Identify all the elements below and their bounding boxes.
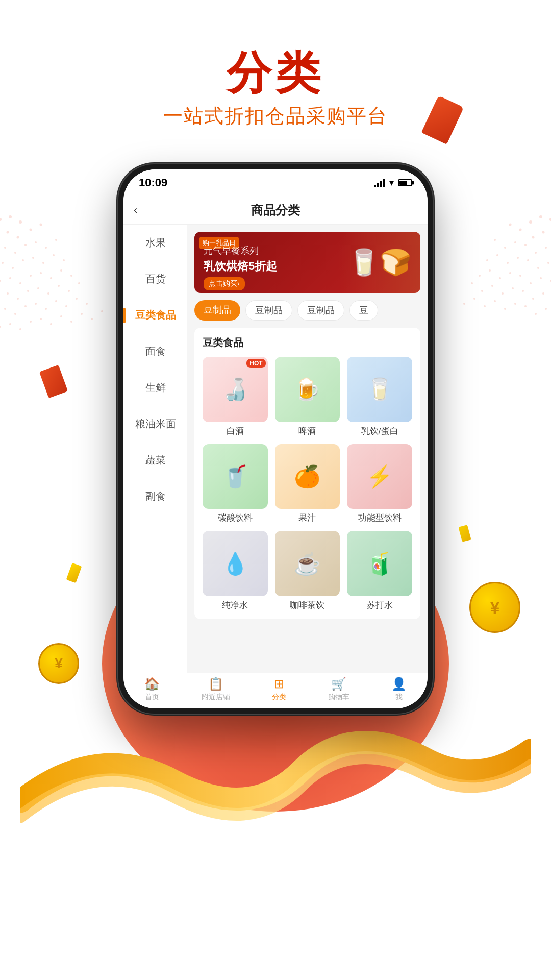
svg-point-107 xyxy=(494,300,496,302)
cat-tab-3[interactable]: 豆 xyxy=(349,300,378,321)
svg-point-74 xyxy=(504,247,506,249)
svg-point-44 xyxy=(35,303,37,305)
nav-item-cart[interactable]: 🛒 购物车 xyxy=(328,677,349,702)
product-item-gongneng[interactable]: ⚡ 功能型饮料 xyxy=(347,444,412,524)
svg-point-55 xyxy=(50,323,52,325)
svg-point-10 xyxy=(14,252,16,254)
cat-tab-1[interactable]: 豆制品 xyxy=(245,300,292,321)
app-header: ‹ 商品分类 xyxy=(123,196,428,225)
svg-point-25 xyxy=(19,282,21,284)
deco-piece-left xyxy=(39,365,68,398)
svg-point-27 xyxy=(40,272,42,274)
app-content: 水果 百货 豆类食品 面食 生鲜 粮油米面 蔬菜 副食 购一乳品日 元气早餐 xyxy=(123,225,428,673)
bottom-nav: 🏠 首页 📋 附近店铺 ⊞ 分类 🛒 购物车 👤 我 xyxy=(123,673,428,708)
nearby-icon: 📋 xyxy=(208,677,223,691)
svg-point-54 xyxy=(40,318,42,320)
svg-point-51 xyxy=(9,323,11,325)
coin-right: ¥ xyxy=(469,582,520,633)
product-emoji: ⚡ xyxy=(366,464,393,489)
gold-ribbon xyxy=(20,699,531,878)
svg-point-67 xyxy=(519,229,522,231)
nav-label-nearby: 附近店铺 xyxy=(202,693,230,702)
product-item-kafei[interactable]: ☕ 咖啡茶饮 xyxy=(275,531,340,611)
product-emoji: 🥤 xyxy=(222,464,248,489)
sidebar-item-fushi[interactable]: 副食 xyxy=(123,478,187,514)
promo-banner[interactable]: 购一乳品日 元气早餐系列 乳饮烘焙5折起 点击购买› 🥛🍞 xyxy=(194,232,420,293)
deco-yellow-left xyxy=(66,563,82,583)
sidebar: 水果 百货 豆类食品 面食 生鲜 粮油米面 蔬菜 副食 xyxy=(123,225,187,673)
sidebar-item-baihuo[interactable]: 百货 xyxy=(123,261,187,297)
sidebar-item-shengxian[interactable]: 生鲜 xyxy=(123,370,187,406)
svg-point-37 xyxy=(58,285,60,287)
product-name-baijiu: 白酒 xyxy=(227,425,244,437)
home-icon: 🏠 xyxy=(144,677,160,691)
svg-point-12 xyxy=(35,241,37,243)
product-emoji: ☕ xyxy=(294,551,320,576)
svg-point-103 xyxy=(535,313,537,315)
nav-item-me[interactable]: 👤 我 xyxy=(391,677,407,702)
svg-point-96 xyxy=(512,287,514,289)
product-emoji: 🍺 xyxy=(294,377,320,402)
product-item-pijiu[interactable]: 🍺 啤酒 xyxy=(275,357,340,437)
product-grid: 🍶 HOT 白酒 🍺 啤酒 xyxy=(203,357,412,611)
cat-tab-0[interactable]: 豆制品 xyxy=(194,300,240,321)
product-name-sudashui: 苏打水 xyxy=(367,599,393,611)
back-button[interactable]: ‹ xyxy=(134,204,137,217)
sidebar-item-shucai[interactable]: 蔬菜 xyxy=(123,442,187,478)
banner-cta-button[interactable]: 点击购买› xyxy=(204,277,245,290)
page-main-title: 分类 xyxy=(0,48,551,98)
product-name-guozhi: 果汁 xyxy=(298,512,316,524)
product-item-sudashui[interactable]: 🧃 苏打水 xyxy=(347,531,412,611)
svg-point-22 xyxy=(63,259,65,261)
svg-point-100 xyxy=(471,282,473,284)
svg-point-5 xyxy=(17,236,19,239)
nav-item-nearby[interactable]: 📋 附近店铺 xyxy=(202,677,230,702)
svg-point-7 xyxy=(40,224,42,226)
sidebar-item-mianshi[interactable]: 面食 xyxy=(123,333,187,370)
nav-item-category[interactable]: ⊞ 分类 xyxy=(272,677,286,702)
svg-point-32 xyxy=(7,292,9,295)
battery-icon xyxy=(398,179,412,186)
hot-badge: HOT xyxy=(246,359,265,368)
svg-point-33 xyxy=(17,298,19,300)
svg-point-50 xyxy=(0,326,1,328)
svg-point-9 xyxy=(4,247,6,249)
product-item-chunshui[interactable]: 💧 纯净水 xyxy=(203,531,268,611)
page-title-area: 分类 一站式折扣仓品采购平台 xyxy=(0,48,551,129)
product-item-tansuanyin[interactable]: 🥤 碳酸饮料 xyxy=(203,444,268,524)
svg-point-47 xyxy=(65,305,67,307)
cat-tab-2[interactable]: 豆制品 xyxy=(297,300,344,321)
coin-left: ¥ xyxy=(38,643,79,684)
svg-point-23 xyxy=(0,280,1,282)
nav-item-home[interactable]: 🏠 首页 xyxy=(144,677,160,702)
sidebar-item-doulei[interactable]: 豆类食品 xyxy=(123,297,187,333)
svg-point-41 xyxy=(4,308,6,310)
page-sub-title: 一站式折扣仓品采购平台 xyxy=(0,103,551,129)
svg-point-106 xyxy=(504,308,506,310)
product-item-guozhi[interactable]: 🍊 果汁 xyxy=(275,444,340,524)
product-name-kafei: 咖啡茶饮 xyxy=(290,599,324,611)
product-emoji: 🍊 xyxy=(294,464,320,489)
svg-point-52 xyxy=(19,328,21,330)
sidebar-item-shuiguo[interactable]: 水果 xyxy=(123,225,187,261)
product-item-ruyin[interactable]: 🥛 乳饮/蛋白 xyxy=(347,357,412,437)
sidebar-item-liangyou[interactable]: 粮油米面 xyxy=(123,406,187,442)
svg-point-46 xyxy=(55,300,57,302)
svg-point-16 xyxy=(2,262,4,264)
svg-point-34 xyxy=(27,290,29,292)
phone-screen: 10:09 ▾ ‹ 商品分类 xyxy=(123,169,428,708)
svg-point-57 xyxy=(70,321,72,323)
svg-point-17 xyxy=(12,267,14,269)
nav-label-category: 分类 xyxy=(272,693,286,702)
svg-point-98 xyxy=(491,285,493,287)
svg-point-48 xyxy=(76,298,78,300)
product-emoji: 🧃 xyxy=(366,551,393,576)
me-icon: 👤 xyxy=(391,677,407,691)
svg-point-77 xyxy=(547,262,549,264)
svg-point-45 xyxy=(45,308,47,310)
svg-point-90 xyxy=(489,270,491,272)
svg-point-21 xyxy=(53,254,55,256)
svg-point-73 xyxy=(514,241,516,243)
product-item-baijiu[interactable]: 🍶 HOT 白酒 xyxy=(203,357,268,437)
svg-point-71 xyxy=(535,252,537,254)
